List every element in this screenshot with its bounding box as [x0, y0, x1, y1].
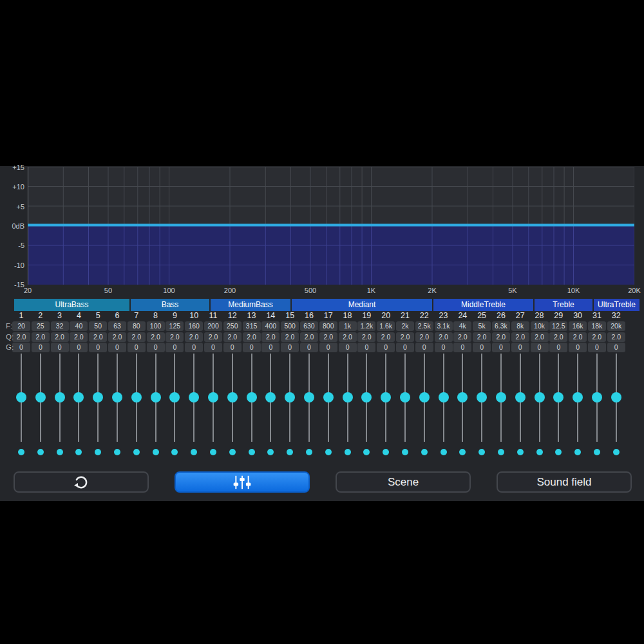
eq-slider-knob[interactable]	[439, 392, 449, 402]
channel-dot[interactable]	[555, 449, 562, 455]
channel-number: 29	[549, 311, 568, 320]
eq-slider-knob[interactable]	[208, 392, 218, 402]
eq-slider-knob[interactable]	[151, 392, 161, 402]
channel-dot[interactable]	[613, 449, 620, 455]
channel-dot[interactable]	[363, 449, 370, 455]
eq-slider-knob[interactable]	[381, 392, 391, 402]
eq-slider-knob[interactable]	[419, 392, 430, 402]
g-value-chip: 0	[511, 343, 529, 352]
channel-dot[interactable]	[210, 449, 216, 455]
channel-dot[interactable]	[75, 449, 82, 455]
q-value-chip: 2.0	[261, 332, 279, 342]
equalizer-icon	[232, 474, 252, 491]
channel-dot[interactable]	[191, 449, 197, 455]
channel-dot[interactable]	[459, 449, 466, 455]
channel-dot[interactable]	[383, 449, 389, 455]
channel-dot[interactable]	[440, 449, 447, 455]
db-axis-label: -10	[0, 261, 24, 270]
f-value-chip: 18k	[588, 321, 606, 331]
g-value-chip: 0	[185, 343, 203, 352]
eq-slider-knob[interactable]	[361, 392, 372, 402]
channel-dot[interactable]	[306, 449, 312, 455]
eq-slider-knob[interactable]	[169, 392, 180, 402]
f-value-chip: 3.1k	[435, 321, 453, 331]
eq-slider-knob[interactable]	[35, 392, 46, 402]
eq-slider-knob[interactable]	[535, 392, 545, 402]
channel-dot[interactable]	[171, 449, 178, 455]
eq-slider-knob[interactable]	[553, 392, 564, 402]
channel-dot[interactable]	[478, 449, 485, 455]
f-value-chip: 250	[223, 321, 242, 331]
channel-number: 12	[223, 311, 242, 320]
eq-slider-knob[interactable]	[265, 392, 276, 402]
channel-dot[interactable]	[153, 449, 159, 455]
channel-number: 22	[415, 311, 434, 320]
equalizer-button[interactable]	[175, 471, 310, 493]
f-value-chip: 40	[70, 321, 88, 331]
freq-axis-label: 5K	[508, 287, 516, 294]
channel-dot[interactable]	[133, 449, 140, 455]
q-value-chip: 2.0	[473, 332, 491, 342]
eq-slider-knob[interactable]	[457, 392, 468, 402]
eq-slider-knob[interactable]	[496, 392, 506, 402]
eq-slider-knob[interactable]	[573, 392, 583, 402]
freq-axis-label: 20	[24, 287, 32, 294]
channel-dot[interactable]	[95, 449, 101, 455]
f-value-chip: 25	[32, 321, 50, 331]
channel-dot[interactable]	[498, 449, 504, 455]
channel-number: 30	[568, 311, 587, 320]
channel-dot[interactable]	[114, 449, 120, 455]
channel-dot[interactable]	[249, 449, 255, 455]
eq-slider-knob[interactable]	[131, 392, 142, 402]
f-value-chip: 160	[185, 321, 203, 331]
eq-slider-knob[interactable]	[343, 392, 353, 402]
eq-slider-knob[interactable]	[611, 392, 621, 402]
eq-slider-knob[interactable]	[304, 392, 314, 402]
channel-dot[interactable]	[402, 449, 408, 455]
q-value-chip: 2.0	[415, 332, 433, 342]
channel-dot[interactable]	[57, 449, 63, 455]
channel-dot[interactable]	[229, 449, 236, 455]
channel-dot[interactable]	[574, 449, 581, 455]
channel-dot[interactable]	[421, 449, 428, 455]
eq-slider-knob[interactable]	[247, 392, 257, 402]
channel-dot[interactable]	[517, 449, 524, 455]
band-group-mediumbass: MediumBass	[211, 299, 290, 311]
eq-slider-knob[interactable]	[400, 392, 410, 402]
eq-slider-knob[interactable]	[285, 392, 295, 402]
q-value-chip: 2.0	[89, 332, 107, 342]
channel-dot[interactable]	[594, 449, 600, 455]
channel-dot[interactable]	[267, 449, 274, 455]
channel-dot[interactable]	[536, 449, 543, 455]
eq-slider-knob[interactable]	[477, 392, 487, 402]
channel-dot[interactable]	[37, 449, 44, 455]
g-value-chip: 0	[281, 343, 299, 352]
channel-number: 13	[242, 311, 261, 320]
freq-axis-label: 100	[163, 287, 175, 294]
f-value-chip: 12.5	[549, 321, 567, 331]
scene-button[interactable]: Scene	[336, 471, 471, 493]
eq-slider-knob[interactable]	[16, 392, 26, 402]
sound-field-button[interactable]: Sound field	[497, 471, 632, 493]
g-value-chip: 0	[147, 343, 165, 352]
eq-slider-knob[interactable]	[93, 392, 103, 402]
channel-number: 26	[491, 311, 511, 320]
eq-slider-knob[interactable]	[227, 392, 238, 402]
eq-slider-knob[interactable]	[515, 392, 526, 402]
channel-number: 11	[204, 311, 223, 320]
eq-slider-knob[interactable]	[323, 392, 334, 402]
eq-slider-knob[interactable]	[189, 392, 199, 402]
channel-dot[interactable]	[287, 449, 293, 455]
channel-dot[interactable]	[325, 449, 332, 455]
eq-slider-knob[interactable]	[73, 392, 84, 402]
g-value-chip: 0	[70, 343, 88, 352]
eq-slider-knob[interactable]	[112, 392, 122, 402]
db-axis-label: +10	[0, 182, 24, 191]
eq-slider-knob[interactable]	[55, 392, 65, 402]
eq-slider-knob[interactable]	[592, 392, 602, 402]
channel-dot[interactable]	[345, 449, 351, 455]
channel-number: 8	[146, 311, 166, 320]
reset-button[interactable]	[14, 471, 149, 493]
channel-dot[interactable]	[18, 449, 24, 455]
channel-number: 3	[50, 311, 70, 320]
